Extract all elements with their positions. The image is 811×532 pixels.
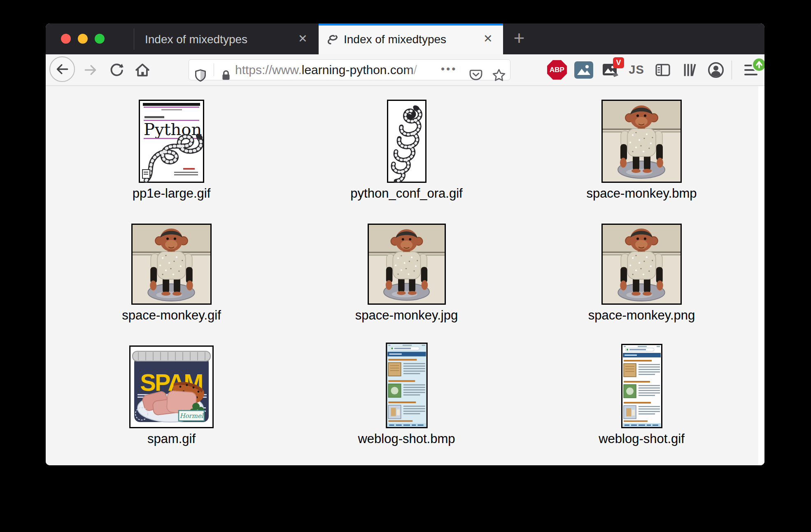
scrollbar-track[interactable] bbox=[758, 86, 764, 465]
menu-button[interactable] bbox=[741, 54, 760, 85]
new-tab-button[interactable]: + bbox=[508, 23, 531, 54]
index-item: Python pp1e-large.gif bbox=[54, 86, 289, 202]
tab-index-of-mixedtypes-2-active[interactable]: Index of mixedtypes ✕ bbox=[319, 23, 503, 54]
adblock-plus-button[interactable]: ABP bbox=[547, 54, 567, 85]
index-item: space-monkey.bmp bbox=[524, 86, 759, 202]
index-item: SPAM bbox=[54, 324, 289, 447]
thumbnail-space-monkey-gif[interactable] bbox=[131, 224, 212, 305]
filename-label: spam.gif bbox=[147, 431, 196, 447]
downloader-icon: V bbox=[602, 62, 619, 78]
reload-icon bbox=[109, 63, 124, 77]
tab-title: Index of mixedtypes bbox=[145, 23, 247, 54]
screenshot-canvas: Index of mixedtypes ✕ Index of mixedtype… bbox=[0, 0, 811, 532]
sidebar-button[interactable] bbox=[653, 54, 673, 85]
account-icon bbox=[707, 61, 725, 79]
filename-label: weblog-shot.bmp bbox=[358, 431, 455, 447]
library-icon bbox=[681, 62, 698, 78]
zoom-window-button[interactable] bbox=[95, 34, 105, 44]
javascript-toggle-button[interactable]: JS bbox=[626, 54, 647, 85]
filename-label: pp1e-large.gif bbox=[133, 185, 211, 202]
star-icon bbox=[492, 68, 506, 82]
urlbar-separator bbox=[214, 63, 214, 76]
tab-bar: Index of mixedtypes ✕ Index of mixedtype… bbox=[46, 23, 764, 54]
tab-close-icon[interactable]: ✕ bbox=[298, 23, 308, 54]
home-button[interactable] bbox=[133, 54, 151, 85]
video-download-helper-button[interactable]: V bbox=[601, 54, 620, 85]
tab-close-icon[interactable]: ✕ bbox=[483, 23, 493, 54]
minimize-window-button[interactable] bbox=[78, 34, 88, 44]
account-button[interactable] bbox=[706, 54, 726, 85]
thumbnail-space-monkey-png[interactable] bbox=[601, 224, 682, 305]
library-button[interactable] bbox=[679, 54, 700, 85]
navigation-toolbar: https://www.learning-python.com/ ••• ABP bbox=[46, 54, 764, 86]
arrow-up-icon bbox=[753, 58, 764, 71]
thumbnail-weblog-shot-gif[interactable] bbox=[621, 344, 662, 428]
back-arrow-icon bbox=[55, 63, 69, 75]
filename-label: weblog-shot.gif bbox=[599, 431, 685, 447]
filename-label: python_conf_ora.gif bbox=[350, 185, 462, 202]
thumbnail-weblog-shot-bmp[interactable] bbox=[386, 343, 428, 428]
image-icon bbox=[574, 61, 593, 79]
thumbnail-python-conf-ora[interactable] bbox=[387, 100, 426, 183]
hormel-text: Hormel bbox=[179, 412, 203, 420]
image-index-grid: Python pp1e-large.gif bbox=[54, 86, 759, 447]
filename-label: space-monkey.png bbox=[588, 307, 695, 324]
index-item: space-monkey.jpg bbox=[289, 202, 524, 324]
back-button[interactable] bbox=[49, 56, 75, 82]
tab-title: Index of mixedtypes bbox=[344, 23, 446, 54]
js-icon: JS bbox=[629, 63, 644, 77]
reload-button[interactable] bbox=[107, 54, 126, 85]
index-item: weblog-shot.gif bbox=[524, 324, 759, 447]
index-item: weblog-shot.bmp bbox=[289, 324, 524, 447]
page-content: Python pp1e-large.gif bbox=[46, 86, 764, 465]
filename-label: space-monkey.bmp bbox=[586, 185, 697, 202]
tab-index-of-mixedtypes-1[interactable]: Index of mixedtypes ✕ bbox=[134, 23, 319, 54]
pocket-icon bbox=[469, 69, 483, 82]
page-actions-button[interactable]: ••• bbox=[441, 60, 457, 80]
url-scheme: https://www. bbox=[235, 63, 302, 77]
sidebar-icon bbox=[655, 63, 671, 77]
browser-window: Index of mixedtypes ✕ Index of mixedtype… bbox=[46, 23, 764, 465]
update-available-badge bbox=[752, 57, 764, 72]
thumbnail-spam[interactable]: SPAM bbox=[129, 345, 214, 428]
thumbnail-pp1e-large[interactable]: Python bbox=[139, 100, 204, 183]
hamburger-icon bbox=[744, 65, 757, 75]
close-window-button[interactable] bbox=[61, 34, 71, 44]
forward-button[interactable] bbox=[82, 54, 100, 85]
url-host: learning-python.com bbox=[302, 63, 414, 77]
url-fade-overlay bbox=[404, 60, 441, 79]
abp-icon: ABP bbox=[547, 60, 567, 80]
extension-badge: V bbox=[613, 57, 624, 68]
image-extension-button[interactable] bbox=[574, 54, 593, 85]
home-icon bbox=[135, 63, 150, 77]
snake-favicon-icon bbox=[326, 33, 338, 45]
filename-label: space-monkey.jpg bbox=[355, 307, 458, 324]
index-item: python_conf_ora.gif bbox=[289, 86, 524, 202]
toolbar-separator bbox=[732, 61, 732, 79]
thumbnail-space-monkey-jpg[interactable] bbox=[368, 224, 446, 305]
url-bar[interactable]: https://www.learning-python.com/ ••• bbox=[189, 59, 510, 80]
book-title-text: Python bbox=[144, 120, 202, 139]
filename-label: space-monkey.gif bbox=[122, 307, 221, 324]
thumbnail-space-monkey-bmp[interactable] bbox=[601, 100, 682, 183]
index-item: space-monkey.png bbox=[524, 202, 759, 324]
forward-arrow-icon bbox=[84, 64, 98, 76]
index-item: space-monkey.gif bbox=[54, 202, 289, 324]
